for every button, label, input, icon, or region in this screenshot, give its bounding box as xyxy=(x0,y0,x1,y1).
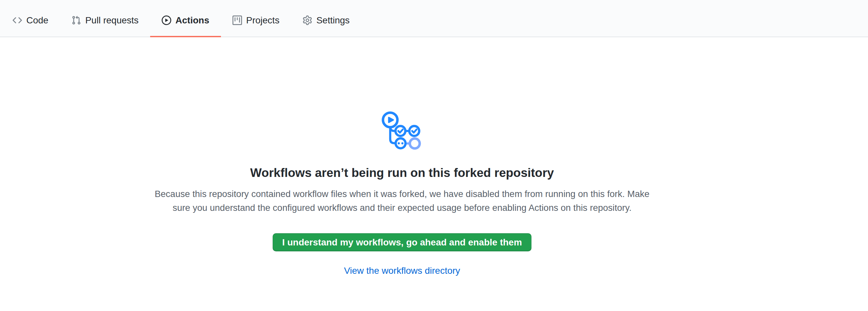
git-pull-request-icon xyxy=(71,15,81,25)
description-line-2: sure you understand the configured workf… xyxy=(155,201,650,215)
page-title: Workflows aren’t being run on this forke… xyxy=(250,166,554,180)
tab-code[interactable]: Code xyxy=(1,0,60,37)
tab-actions[interactable]: Actions xyxy=(150,0,221,37)
enable-workflows-button[interactable]: I understand my workflows, go ahead and … xyxy=(273,233,531,251)
workflow-graph-icon xyxy=(382,110,423,151)
tab-pull-requests[interactable]: Pull requests xyxy=(60,0,150,37)
tab-label: Projects xyxy=(246,15,280,26)
code-icon xyxy=(12,15,22,25)
tab-label: Code xyxy=(26,15,49,26)
tab-projects[interactable]: Projects xyxy=(221,0,291,37)
description: Because this repository contained workfl… xyxy=(155,187,650,215)
tab-label: Pull requests xyxy=(85,15,138,26)
active-tab-indicator xyxy=(150,36,221,37)
actions-disabled-panel: Workflows aren’t being run on this forke… xyxy=(0,37,804,276)
gear-icon xyxy=(303,15,312,25)
repo-tab-bar: Code Pull requests Actions Projects Sett… xyxy=(0,0,868,37)
play-circle-icon xyxy=(162,15,171,25)
view-workflows-directory-link[interactable]: View the workflows directory xyxy=(344,265,460,276)
project-icon xyxy=(232,15,242,25)
tab-label: Settings xyxy=(316,15,350,26)
tab-label: Actions xyxy=(176,15,210,26)
description-line-1: Because this repository contained workfl… xyxy=(155,187,650,201)
tab-settings[interactable]: Settings xyxy=(291,0,361,37)
